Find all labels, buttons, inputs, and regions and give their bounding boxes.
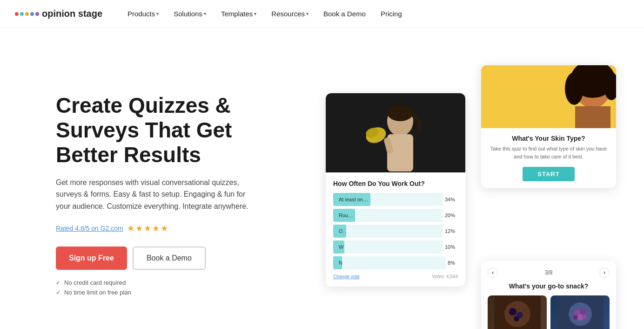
hero-copy: Create Quizzes & Surveys That Get Better…: [56, 65, 298, 296]
poll-bar-percentage: 12%: [445, 228, 458, 234]
granola-image: [488, 295, 547, 329]
logo-dot-orange: [25, 12, 29, 16]
nav-templates[interactable]: Templates ▾: [215, 6, 263, 21]
logo-dot-blue: [30, 12, 34, 16]
star-3: ★: [144, 223, 151, 233]
poll-bar-label: Never: [337, 260, 342, 266]
poll-bar-percentage: 10%: [445, 244, 458, 250]
star-1: ★: [127, 223, 134, 233]
star-2: ★: [135, 223, 143, 233]
skin-card-image: [481, 65, 616, 128]
checkmark-icon: ✓: [56, 280, 60, 286]
navbar: opinion stage Products ▾ Solutions ▾ Tem…: [0, 0, 644, 28]
svg-point-15: [509, 308, 517, 315]
snack-question: What's your go-to snack?: [488, 282, 610, 290]
star-5: ★: [161, 223, 168, 233]
snack-option-granola[interactable]: Granola: [488, 295, 547, 329]
g2-rating-link[interactable]: Rated 4.8/5 on G2.com: [56, 225, 123, 232]
logo-dot-red: [15, 12, 19, 16]
nav-resources[interactable]: Resources ▾: [265, 6, 315, 21]
poll-footer: Change vote Votes: 4,544: [333, 274, 458, 279]
skin-quiz-card: What's Your Skin Type? Take this quiz to…: [481, 65, 616, 188]
nav-book-demo[interactable]: Book a Demo: [317, 6, 372, 21]
poll-bar: At least once a day34%: [333, 193, 458, 206]
hero-title: Create Quizzes & Surveys That Get Better…: [56, 93, 298, 167]
svg-rect-9: [575, 106, 610, 128]
snack-page-indicator: 3/8: [545, 269, 553, 276]
checkmark-icon: ✓: [56, 289, 60, 296]
logo-dot-purple: [35, 12, 39, 16]
chevron-down-icon: ▾: [204, 11, 206, 16]
skin-card-title: What's Your Skin Type?: [488, 135, 610, 142]
skin-card-start-button[interactable]: START: [523, 167, 574, 181]
vote-count: Votes: 4,544: [432, 274, 458, 279]
rating-row: Rated 4.8/5 on G2.com ★ ★ ★ ★ ★: [56, 223, 298, 233]
poll-bar-percentage: 34%: [445, 197, 458, 202]
poll-bar-percentage: 20%: [445, 212, 458, 218]
feature-checks: ✓ No credit card required ✓ No time limi…: [56, 279, 298, 296]
svg-point-22: [577, 314, 584, 321]
chevron-down-icon: ▾: [156, 11, 159, 16]
poll-bar-label: At least once a day: [337, 197, 370, 202]
logo[interactable]: opinion stage: [15, 8, 102, 19]
snack-prev-button[interactable]: ‹: [488, 267, 498, 278]
svg-point-17: [514, 316, 519, 322]
chevron-down-icon: ▾: [306, 11, 309, 16]
poll-bar-percentage: 8%: [448, 260, 458, 266]
nav-products[interactable]: Products ▾: [121, 6, 165, 21]
svg-point-11: [565, 72, 584, 105]
signup-button[interactable]: Sign up Free: [56, 247, 127, 270]
star-4: ★: [152, 223, 160, 233]
nav-solutions[interactable]: Solutions ▾: [167, 6, 213, 21]
cta-buttons: Sign up Free Book a Demo: [56, 247, 298, 270]
skin-card-desc: Take this quiz to find out what type of …: [488, 145, 610, 160]
nav-pricing[interactable]: Pricing: [374, 6, 409, 21]
snack-nav: ‹ 3/8 ›: [488, 267, 610, 278]
star-rating: ★ ★ ★ ★ ★: [127, 223, 168, 233]
skin-card-body: What's Your Skin Type? Take this quiz to…: [481, 128, 616, 188]
boxer-image: [326, 93, 465, 172]
book-demo-button[interactable]: Book a Demo: [133, 247, 206, 270]
poll-bar: When I feel like it10%: [333, 240, 458, 254]
poll-bar: Roughly three times a week20%: [333, 209, 458, 222]
snack-next-button[interactable]: ›: [599, 267, 610, 278]
svg-point-21: [580, 308, 586, 315]
logo-dot-teal: [20, 12, 24, 16]
logo-dots: [15, 12, 39, 16]
hero-subtitle: Get more responses with visual conversat…: [56, 177, 256, 212]
chevron-down-icon: ▾: [254, 11, 256, 16]
fruit-image: [550, 295, 610, 329]
poll-question: How Often Do You Work Out?: [333, 180, 458, 187]
poll-bar-label: Once or twice a week: [337, 228, 346, 234]
check-no-credit-card: ✓ No credit card required: [56, 279, 298, 286]
check-no-time-limit: ✓ No time limit on free plan: [56, 289, 298, 296]
svg-point-23: [573, 315, 578, 320]
poll-bars: At least once a day34%Roughly three time…: [333, 193, 458, 269]
logo-text: opinion stage: [42, 8, 102, 19]
poll-card: How Often Do You Work Out? At least once…: [326, 93, 465, 287]
svg-point-6: [387, 104, 413, 121]
svg-point-24: [583, 315, 587, 319]
snack-option-fruit[interactable]: Fruit: [550, 295, 610, 329]
hero-cards: How Often Do You Work Out? At least once…: [298, 65, 616, 287]
poll-bar: Once or twice a week12%: [333, 225, 458, 238]
poll-bar-label: Roughly three times a week: [337, 212, 355, 218]
poll-bar: Never8%: [333, 256, 458, 269]
snack-options-grid: Granola: [488, 295, 610, 329]
snack-quiz-card: ‹ 3/8 › What's your go-to snack?: [481, 261, 616, 329]
poll-bar-label: When I feel like it: [337, 244, 344, 250]
nav-links: Products ▾ Solutions ▾ Templates ▾ Resou…: [121, 6, 629, 21]
poll-body: How Often Do You Work Out? At least once…: [326, 172, 465, 287]
hero-section: Create Quizzes & Surveys That Get Better…: [0, 28, 644, 329]
change-vote-link[interactable]: Change vote: [333, 274, 360, 279]
